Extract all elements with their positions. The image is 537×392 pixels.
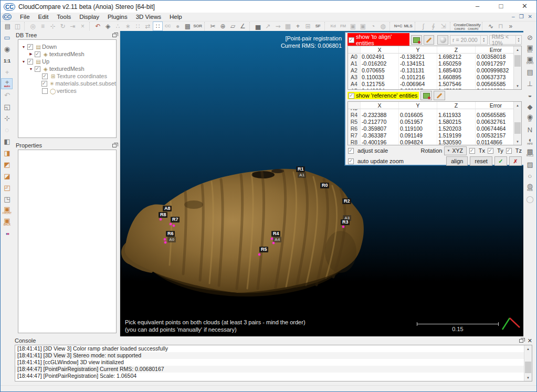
tree-node-materials-subset-subset[interactable]: ✳materials.subset.subset xyxy=(18,80,116,87)
minimize-button[interactable]: – xyxy=(466,1,489,13)
pan-mode-icon[interactable]: ⊹ xyxy=(1,113,13,124)
mls-smoothing-icon[interactable]: MLS xyxy=(403,22,413,31)
visibility-checkbox[interactable] xyxy=(42,73,48,79)
view-right-icon[interactable]: ◪ xyxy=(1,171,13,182)
scroll-thumb[interactable] xyxy=(514,55,521,67)
table-row-a5[interactable]: A50.1492040.0266071.4793670.00632761✗ xyxy=(348,88,521,90)
previous-viewport-icon[interactable]: ↶ xyxy=(1,90,13,101)
view-iso-1-icon[interactable]: ◧ xyxy=(1,136,13,147)
sf-statistics-icon[interactable]: ⊞ xyxy=(303,22,313,31)
sf-arithmetic-icon[interactable]: SF xyxy=(313,22,323,31)
float-panel-icon[interactable] xyxy=(112,34,117,37)
float-panel-icon[interactable] xyxy=(519,339,523,343)
facets-fm-icon[interactable]: FM xyxy=(338,22,348,31)
point-marker-r0[interactable]: R0 xyxy=(320,183,330,188)
pick-rotation-center-icon[interactable]: ↶ xyxy=(93,22,103,31)
menu-tools[interactable]: Tools xyxy=(52,14,75,20)
table-row-r7[interactable]: R7-0.3633870.0911491.5191990.00532157✗ xyxy=(348,132,521,139)
add-align-point-button[interactable] xyxy=(411,35,422,45)
to-align-points-table[interactable]: XYZErrorA00.002491-0.1382211.6982120.003… xyxy=(348,46,522,90)
float-panel-icon[interactable] xyxy=(112,144,117,147)
table-row-a2[interactable]: A20.070655-0.1311311.6854030.000999832✗ xyxy=(348,67,521,74)
export-coords-icon[interactable]: ⇲ xyxy=(438,22,448,31)
apply-transformation-icon[interactable]: ⊹ xyxy=(48,22,58,31)
db-tree-content[interactable]: ▼▤Down▶◈texturedMesh▼▤Up▼◈texturedMesh⊞T… xyxy=(18,39,117,138)
menu-plugins[interactable]: Plugins xyxy=(103,14,132,20)
point-marker-r7[interactable]: R7 xyxy=(171,217,180,223)
point-marker-r8[interactable]: R8 xyxy=(159,212,168,218)
sphere-render-icon[interactable]: ◍ xyxy=(378,22,388,31)
visibility-checkbox[interactable] xyxy=(41,81,47,87)
subsample-cloud-icon[interactable]: ∴ xyxy=(113,22,123,31)
table-row-a4[interactable]: A40.121755-0.0069641.5075460.00565585✗ xyxy=(348,81,521,88)
ellipse-plugin-icon[interactable]: ◯ xyxy=(524,194,536,205)
menu-help[interactable]: Help xyxy=(165,14,186,20)
view-bottom-icon[interactable]: ◰ xyxy=(1,182,13,193)
cancel-registration-button[interactable]: ✗ xyxy=(509,156,522,166)
scroll-thumb[interactable] xyxy=(514,122,521,134)
curve-fit-icon[interactable]: ↗ xyxy=(263,22,273,31)
fullwave-analyze-icon[interactable]: ∿ xyxy=(486,22,496,31)
align-button[interactable]: align xyxy=(446,156,468,166)
expander-icon[interactable]: ▼ xyxy=(28,67,34,71)
table-row-r6[interactable]: R6-0.3598070.1191001.5202030.00674464✗ xyxy=(348,125,521,132)
point-marker-r5[interactable]: R5 xyxy=(259,247,269,252)
m3c2-plugin-icon[interactable]: ▩M3C2 xyxy=(524,147,536,158)
visibility-checkbox[interactable] xyxy=(35,51,40,57)
tree-node-up[interactable]: ▼▤Up xyxy=(18,58,116,65)
contour-plot-icon[interactable]: ∫ xyxy=(418,22,428,31)
close-button[interactable]: ✕ xyxy=(513,1,536,13)
menu-file[interactable]: File xyxy=(16,14,34,20)
show-to-align-checkbox[interactable]: show 'to align' entities xyxy=(348,33,409,47)
table-row-a0[interactable]: A00.002491-0.1382211.6982120.00358018✗ xyxy=(348,54,521,60)
hpr-plugin-icon[interactable]: ◖HPR xyxy=(524,136,536,147)
use-sphere-button[interactable] xyxy=(437,35,448,45)
validate-button[interactable]: ✓ xyxy=(494,156,507,166)
rms-limit-spinner[interactable]: RMS < 10% ▲▼ xyxy=(489,35,522,45)
expander-icon[interactable]: ▶ xyxy=(28,52,34,56)
shield-plugin-icon[interactable]: ◆ xyxy=(524,101,536,112)
sor-filter-icon[interactable]: SOR xyxy=(193,22,203,31)
checkbox-icon[interactable] xyxy=(349,93,354,99)
cloud-cloud-distance-icon[interactable]: CC xyxy=(163,22,173,31)
point-marker-r2[interactable]: R2 xyxy=(342,198,352,204)
scroll-down-icon[interactable]: ▼ xyxy=(514,138,521,145)
console-log[interactable]: [18:41:41] [3D View 3] Color ramp shader… xyxy=(15,345,532,382)
normals-compute-icon[interactable]: N+C xyxy=(393,22,403,31)
checkbox-icon[interactable] xyxy=(348,158,354,164)
zoom-magnifier-icon[interactable]: ◌ xyxy=(1,124,13,135)
table-row-r8[interactable]: R8-0.4001960.0948241.5305900.0114866✗ xyxy=(348,139,521,145)
open-file-icon[interactable]: ▤ xyxy=(3,22,13,31)
video-export-icon[interactable]: ▣ xyxy=(358,22,368,31)
clipping-box-icon[interactable]: ◱ xyxy=(1,101,13,112)
scroll-thumb[interactable] xyxy=(525,362,531,373)
adjust-scale-checkbox[interactable]: adjust scale xyxy=(348,147,388,154)
tree-node-texturedmesh[interactable]: ▼◈texturedMesh xyxy=(18,65,116,72)
tree-node-down[interactable]: ▼▤Down xyxy=(18,43,116,50)
table-row-r4[interactable]: R4-0.2323880.0166051.6119330.00565585✗ xyxy=(348,112,521,119)
rasterize-icon[interactable]: ▦ xyxy=(283,22,293,31)
checkbox-icon[interactable] xyxy=(506,148,512,154)
point-marker-r3[interactable]: R3 xyxy=(341,219,350,225)
checkbox-icon[interactable] xyxy=(348,148,354,154)
pick-point-icon[interactable]: + xyxy=(1,67,13,78)
expander-icon[interactable]: ▼ xyxy=(20,45,27,49)
canupo-create-icon[interactable]: CreateCANUPO xyxy=(454,22,466,31)
animation-plugin-icon[interactable]: ▤ xyxy=(524,67,536,78)
checkbox-icon[interactable] xyxy=(349,37,354,43)
contour-extract-icon[interactable]: ∮ xyxy=(428,22,438,31)
view-back-icon[interactable]: ▣BACK xyxy=(1,217,13,228)
pcv-plugin-icon[interactable]: ▨ xyxy=(524,159,536,170)
save-icon[interactable]: ◫ xyxy=(13,22,23,31)
menu-edit[interactable]: Edit xyxy=(34,14,53,20)
edit-align-point-button[interactable] xyxy=(424,35,435,45)
delete-entity-icon[interactable]: × xyxy=(78,22,88,31)
checkbox-icon[interactable] xyxy=(488,148,493,154)
screenshot-camera-icon[interactable]: ◉ xyxy=(1,44,13,55)
display-settings-icon[interactable]: ▭ xyxy=(1,32,13,43)
compass-plugin-icon[interactable]: ◒ xyxy=(524,90,536,101)
spinner-arrows-icon[interactable]: ▲▼ xyxy=(480,36,487,44)
visibility-checkbox[interactable] xyxy=(27,44,33,50)
console-scrollbar[interactable]: ▲ ▼ xyxy=(524,345,532,381)
profile-extract-icon[interactable]: ⇝ xyxy=(273,22,283,31)
